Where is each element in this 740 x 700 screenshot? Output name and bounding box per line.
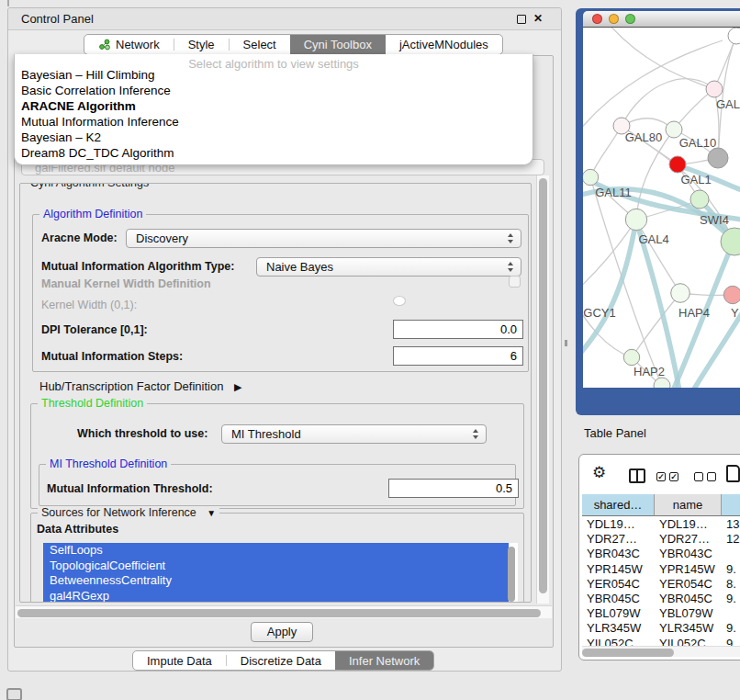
network-node[interactable] <box>583 169 599 185</box>
checkbox-glyph <box>707 472 716 481</box>
mi-threshold-input[interactable] <box>388 479 519 498</box>
table-cell: 9. <box>722 592 740 606</box>
kernel-width-input[interactable] <box>393 296 406 306</box>
table-cell: YER054C <box>655 577 722 592</box>
attribute-item-gal4rgexp[interactable]: gal4RGexp <box>43 589 509 604</box>
table-row[interactable]: YBR043CYBR043C <box>582 547 740 561</box>
network-node[interactable] <box>728 28 740 44</box>
network-icon <box>98 39 110 51</box>
sources-group: Sources for Network Inference ▼ Data Att… <box>30 513 524 603</box>
table-row[interactable]: YLR345WYLR345W9. <box>582 621 740 636</box>
column-header-name[interactable]: name <box>655 494 722 516</box>
vertical-scrollbar[interactable] <box>536 175 549 604</box>
manual-kernel-width-checkbox[interactable] <box>509 276 521 288</box>
attribute-item-betweennesscentrality[interactable]: BetweennessCentrality <box>43 573 509 589</box>
select-all-icon[interactable]: ✓✓ <box>656 472 682 481</box>
tab-impute-data[interactable]: Impute Data <box>133 651 226 670</box>
network-node-label: GAL1 <box>680 173 711 186</box>
file-icon[interactable] <box>726 465 740 482</box>
algorithm-option-aracne-algorithm[interactable]: ARACNE Algorithm <box>15 99 533 115</box>
algorithm-option-bayesian-k2[interactable]: Bayesian – K2 <box>15 130 533 146</box>
table-cell: YER054C <box>582 577 655 592</box>
horizontal-scrollbar-thumb[interactable] <box>17 609 541 617</box>
group-title: Algorithm Definition <box>39 208 146 220</box>
network-node-label: GAL80 <box>625 130 662 144</box>
tab-jactivemnodules[interactable]: jActiveMNodules <box>386 35 502 54</box>
attribute-item-topologicalcoefficient[interactable]: TopologicalCoefficient <box>43 559 509 574</box>
which-threshold-value: MI Threshold <box>231 425 301 443</box>
network-node[interactable] <box>690 190 709 209</box>
network-edge-thick <box>636 221 679 388</box>
network-node-label: GAL4 <box>638 232 668 246</box>
traffic-light-close-icon[interactable] <box>592 14 602 24</box>
bottom-tab-bar: Impute DataDiscretize DataInfer Network <box>132 650 434 671</box>
which-threshold-select[interactable]: MI Threshold <box>221 424 487 444</box>
gear-icon[interactable]: ⚙ <box>592 463 606 482</box>
horizontal-scrollbar[interactable] <box>16 605 552 618</box>
float-window-icon[interactable] <box>517 15 526 24</box>
table-cell: 9. <box>722 637 740 647</box>
tab-style[interactable]: Style <box>174 35 229 54</box>
tab-network[interactable]: Network <box>84 35 174 54</box>
group-title: Cyni Algorithm Settings <box>27 183 152 189</box>
apply-button[interactable]: Apply <box>251 622 313 642</box>
dpi-tolerance-input[interactable] <box>393 320 523 339</box>
table-row[interactable]: YER054CYER054C8. <box>582 577 740 592</box>
mi-algorithm-type-select[interactable]: Naive Bayes <box>256 257 521 277</box>
network-node[interactable] <box>654 378 670 388</box>
network-node[interactable] <box>723 286 740 303</box>
tab-select[interactable]: Select <box>230 35 290 54</box>
hub-definition-label: Hub/Transcription Factor Definition <box>39 379 223 393</box>
collapsed-panel-icon[interactable] <box>6 688 22 700</box>
manual-kernel-width-label: Manual Kernel Width Definition <box>41 277 211 290</box>
attribute-item-selfloops[interactable]: SelfLoops <box>43 543 509 559</box>
network-node[interactable] <box>625 209 646 230</box>
algorithm-option-basic-correlation-inference[interactable]: Basic Correlation Inference <box>15 84 533 99</box>
table-cell: YBR045C <box>655 592 722 606</box>
network-node[interactable] <box>623 349 639 365</box>
table-row[interactable]: YDL19…YDL19…13 <box>582 517 740 532</box>
network-node[interactable] <box>706 81 723 97</box>
network-node-label: GAL11 <box>595 186 632 199</box>
table-cell: YIL052C <box>655 637 722 647</box>
collapse-down-arrow-icon[interactable]: ▼ <box>207 508 216 518</box>
close-icon[interactable]: ✕ <box>533 12 543 25</box>
network-canvas-wrap[interactable]: GALGAL80GAL10GAL1GAL11SWI4GAL4GCY1HAP4YH… <box>583 28 740 388</box>
tab-cyni-toolbox[interactable]: Cyni Toolbox <box>290 35 386 54</box>
tab-discretize-data[interactable]: Discretize Data <box>227 651 335 670</box>
table-scrollbar-thumb[interactable] <box>582 649 674 657</box>
network-node[interactable] <box>708 148 728 168</box>
table-cell: YPR145W <box>655 562 722 577</box>
attribute-list-scrollbar[interactable] <box>508 547 515 602</box>
deselect-all-icon[interactable] <box>694 472 720 481</box>
algorithm-option-mutual-information-inference[interactable]: Mutual Information Inference <box>15 115 533 130</box>
popup-placeholder: Select algorithm to view settings <box>15 54 533 68</box>
panel-splitter-handle[interactable] <box>565 340 567 346</box>
mi-steps-input[interactable] <box>393 346 523 366</box>
columns-icon[interactable] <box>629 469 645 483</box>
network-node[interactable] <box>671 284 690 303</box>
table-row[interactable]: YBL079WYBL079W <box>582 606 740 621</box>
table-cell: 9. <box>722 562 740 577</box>
vertical-scrollbar-thumb[interactable] <box>539 178 547 593</box>
traffic-light-minimize-icon[interactable] <box>609 14 619 24</box>
tab-label: Cyni Toolbox <box>304 38 372 51</box>
column-header-shared[interactable]: shared… <box>582 494 655 516</box>
network-node[interactable] <box>669 156 686 173</box>
table-cell: YPR145W <box>582 562 655 577</box>
table-row[interactable]: YBR045CYBR045C9. <box>582 592 740 606</box>
table-row[interactable]: YDR27…YDR27…12 <box>582 532 740 547</box>
tab-infer-network[interactable]: Infer Network <box>335 651 433 670</box>
network-titlebar[interactable] <box>583 11 740 28</box>
aracne-mode-select[interactable]: Discovery <box>126 229 521 248</box>
traffic-light-zoom-icon[interactable] <box>625 14 635 24</box>
panel-title: Control Panel <box>21 12 94 26</box>
table-horizontal-scrollbar[interactable] <box>582 646 740 657</box>
table-panel-title: Table Panel <box>584 426 646 440</box>
column-header-extra[interactable] <box>722 494 740 516</box>
table-row[interactable]: YIL052CYIL052C9. <box>582 637 740 647</box>
hub-definition-expander[interactable]: Hub/Transcription Factor Definition ▶ <box>39 379 241 393</box>
algorithm-option-dream8-dc-tdc-algorithm[interactable]: Dream8 DC_TDC Algorithm <box>15 146 533 162</box>
table-row[interactable]: YPR145WYPR145W9. <box>582 562 740 577</box>
tab-label: Style <box>188 38 215 51</box>
